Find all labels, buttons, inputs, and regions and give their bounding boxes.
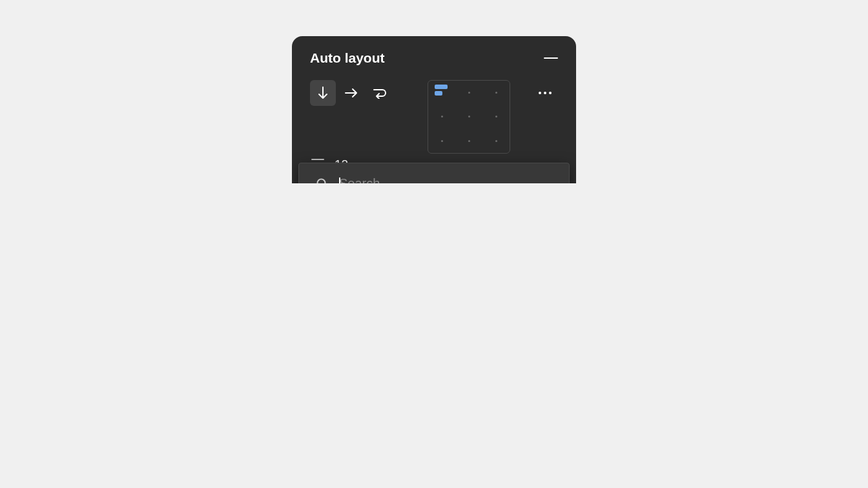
auto-layout-panel: Auto layout [292,36,576,183]
panel-title: Auto layout [310,50,385,66]
direction-vertical-button[interactable] [310,80,336,106]
alignment-grid[interactable] [428,80,510,154]
more-options-button[interactable] [532,80,558,106]
panel-header: Auto layout [292,36,576,72]
direction-wrap-button[interactable] [367,80,393,106]
collapse-icon[interactable] [544,57,558,59]
direction-row [292,72,576,154]
svg-point-1 [318,179,326,183]
direction-group [310,80,393,106]
text-cursor [339,178,340,183]
wrap-icon [372,87,388,99]
search-input[interactable] [339,176,552,183]
search-icon [316,178,329,184]
alignment-indicator-icon [435,85,448,96]
arrow-down-icon [317,86,329,99]
direction-horizontal-button[interactable] [338,80,364,106]
search-row [299,163,569,183]
variable-picker-popover: All libraries Polaris Gen 3 Styles ... /… [298,163,570,183]
arrow-right-icon [345,87,358,99]
